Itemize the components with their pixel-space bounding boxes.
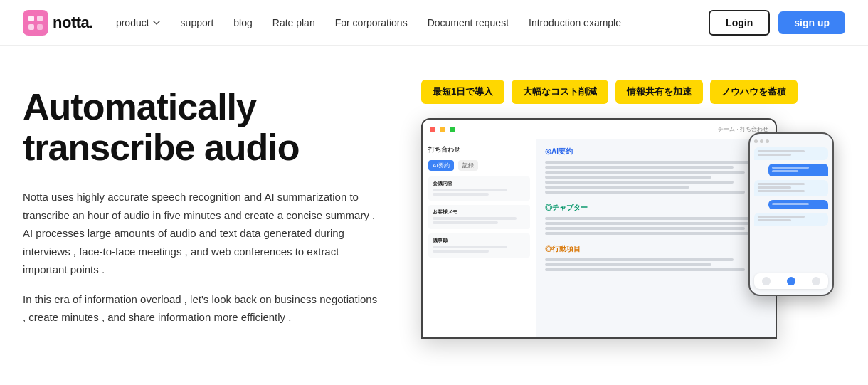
laptop-mockup: チーム · 打ち合わせ 打ち合わせ AI要約 記録 会議内容 — [421, 118, 777, 339]
laptop-screen: チーム · 打ち合わせ 打ち合わせ AI要約 記録 会議内容 — [423, 120, 776, 337]
laptop-titlebar: チーム · 打ち合わせ — [423, 120, 776, 139]
navigation: notta. product support blog Rate plan Fo… — [0, 0, 868, 46]
lc-sidebar: 打ち合わせ AI要約 記録 会議内容 お客様メモ — [423, 139, 536, 337]
feature-tag-1: 大幅なコスト削減 — [512, 80, 608, 104]
hero-section: Automatically transcribe audio Notta use… — [0, 46, 868, 385]
feature-tags: 最短1日で導入 大幅なコスト削減 情報共有を加速 ノウハウを蓄積 — [421, 80, 798, 104]
lc-tab-transcript: 記録 — [458, 160, 478, 171]
logo[interactable]: notta. — [23, 10, 93, 36]
phone-icon-0 — [762, 277, 771, 285]
lc-tab-row: AI要約 記録 — [428, 160, 530, 171]
svg-rect-2 — [37, 16, 43, 21]
dot-red — [430, 127, 435, 132]
lc-sidebar-title: 打ち合わせ — [428, 145, 530, 154]
lc-tab-ai: AI要約 — [428, 160, 454, 171]
nav-corporations[interactable]: For corporations — [335, 17, 408, 28]
nav-blog[interactable]: blog — [233, 17, 252, 28]
mockup-container: チーム · 打ち合わせ 打ち合わせ AI要約 記録 会議内容 — [421, 118, 834, 346]
hero-right: 最短1日で導入 大幅なコスト削減 情報共有を加速 ノウハウを蓄積 チーム · 打… — [407, 80, 845, 385]
hero-title: Automatically transcribe audio — [23, 87, 407, 168]
phone-icon-record — [787, 277, 795, 285]
hero-desc-2: In this era of information overload , le… — [23, 290, 379, 327]
svg-rect-3 — [28, 24, 34, 30]
phone-bubble-3 — [768, 200, 828, 209]
phone-bottom-bar — [754, 273, 828, 289]
logo-text: notta. — [53, 14, 93, 32]
nav-product[interactable]: product — [116, 17, 161, 28]
phone-bubble-0 — [754, 147, 828, 160]
logo-icon — [23, 10, 48, 36]
dot-green — [450, 127, 455, 132]
lc-main: ◎AI要約 ◎チャプター — [536, 139, 776, 337]
phone-screen — [750, 134, 832, 295]
hero-left: Automatically transcribe audio Notta use… — [23, 80, 407, 385]
phone-mockup — [748, 132, 834, 296]
lc-entry-0: 会議内容 — [428, 176, 530, 201]
laptop-content: 打ち合わせ AI要約 記録 会議内容 お客様メモ — [423, 139, 776, 337]
nav-actions: Login sign up — [709, 10, 845, 36]
nav-introduction-example[interactable]: Introduction example — [529, 17, 621, 28]
phone-icon-1 — [812, 277, 820, 285]
nav-links: product support blog Rate plan For corpo… — [116, 17, 709, 28]
phone-bubble-1 — [768, 164, 828, 176]
nav-support[interactable]: support — [181, 17, 214, 28]
svg-rect-0 — [23, 10, 48, 36]
phone-bubble-2 — [754, 180, 828, 196]
svg-rect-4 — [37, 24, 43, 30]
dot-yellow — [440, 127, 445, 132]
login-button[interactable]: Login — [709, 10, 770, 36]
svg-rect-1 — [28, 16, 34, 21]
phone-statusbar — [754, 139, 828, 143]
nav-rate-plan[interactable]: Rate plan — [272, 17, 315, 28]
feature-tag-2: 情報共有を加速 — [615, 80, 703, 104]
phone-bubble-4 — [754, 213, 828, 226]
nav-document-request[interactable]: Document request — [428, 17, 509, 28]
signup-button[interactable]: sign up — [778, 11, 845, 34]
lc-entry-1: お客様メモ — [428, 205, 530, 229]
hero-desc-1: Notta uses highly accurate speech recogn… — [23, 188, 379, 279]
lc-entry-2: 議事録 — [428, 233, 530, 258]
chevron-down-icon — [152, 19, 161, 27]
feature-tag-0: 最短1日で導入 — [421, 80, 504, 104]
feature-tag-3: ノウハウを蓄積 — [710, 80, 798, 104]
